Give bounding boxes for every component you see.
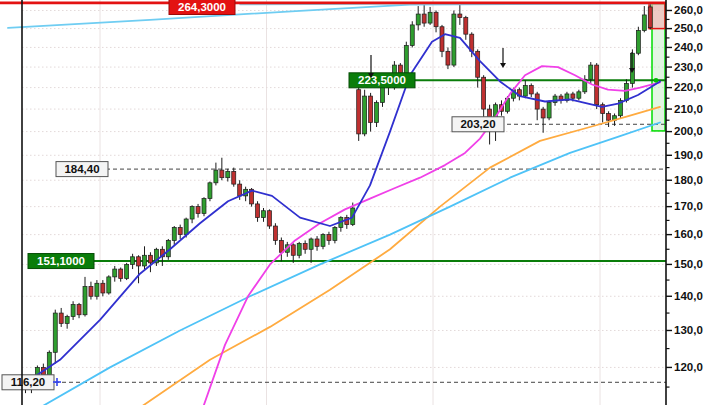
candle-body-up bbox=[624, 83, 628, 100]
candle bbox=[375, 100, 379, 127]
candle-body-up bbox=[428, 12, 432, 23]
price-level-label-text: 151,1000 bbox=[37, 255, 85, 267]
candle-body-up bbox=[47, 352, 51, 375]
candle-body-down bbox=[571, 94, 575, 98]
price-level-label-184,40[interactable]: 184,40 bbox=[56, 162, 108, 177]
candle-body-down bbox=[315, 239, 319, 246]
candle-body-down bbox=[148, 255, 152, 263]
candlestick-series bbox=[24, 3, 653, 393]
candle-body-up bbox=[226, 171, 230, 177]
axis-tick-label: 130,0 bbox=[674, 324, 703, 336]
candle bbox=[125, 263, 129, 280]
candle-body-up bbox=[636, 30, 640, 53]
price-chart[interactable]: 264,3000223,5000203,20184,40151,1000116,… bbox=[0, 0, 720, 405]
candle bbox=[369, 93, 373, 132]
candle bbox=[59, 308, 63, 327]
price-levels-layer bbox=[28, 80, 666, 382]
candle-body-down bbox=[357, 90, 361, 134]
candle bbox=[47, 350, 51, 377]
axis-tick-label: 260,0 bbox=[674, 4, 703, 16]
candle bbox=[172, 226, 176, 245]
candle bbox=[446, 47, 450, 69]
candle-body-down bbox=[89, 286, 93, 296]
candle bbox=[148, 252, 152, 272]
candle-body-down bbox=[59, 313, 63, 323]
candle-body-down bbox=[458, 14, 462, 18]
price-level-label-151,1000[interactable]: 151,1000 bbox=[28, 254, 94, 269]
axis-tick-label: 220,0 bbox=[674, 81, 703, 93]
axis-tick-label: 250,0 bbox=[674, 22, 703, 34]
candle-body-down bbox=[279, 240, 283, 252]
sell-signal-down-arrow bbox=[500, 48, 506, 68]
candle-body-up bbox=[214, 170, 218, 183]
candle bbox=[547, 100, 551, 120]
candle-body-down bbox=[137, 257, 141, 266]
candle bbox=[327, 232, 331, 245]
candle-body-up bbox=[375, 103, 379, 123]
price-level-label-text: 116,20 bbox=[11, 376, 46, 388]
candle bbox=[339, 216, 343, 232]
candle-body-down bbox=[541, 109, 545, 118]
price-level-label-116,20[interactable]: 116,20 bbox=[2, 375, 54, 390]
candle-body-up bbox=[577, 92, 581, 98]
candle bbox=[273, 223, 277, 245]
candle bbox=[541, 107, 545, 133]
candle bbox=[636, 27, 640, 55]
candle bbox=[267, 209, 271, 229]
candle-body-down bbox=[238, 184, 242, 196]
candle bbox=[154, 248, 158, 266]
grid-layer bbox=[22, 0, 666, 405]
candle bbox=[178, 225, 182, 239]
magenta-medium-ma bbox=[203, 66, 660, 405]
candle bbox=[190, 205, 194, 223]
candle-body-up bbox=[83, 286, 87, 314]
price-level-label-223,5000[interactable]: 223,5000 bbox=[349, 73, 415, 88]
price-level-label-203,20[interactable]: 203,20 bbox=[452, 117, 504, 132]
price-level-label-264,3000[interactable]: 264,3000 bbox=[169, 0, 235, 15]
candle-body-down bbox=[464, 18, 468, 35]
axis-tick-label: 190,0 bbox=[674, 149, 703, 161]
candle bbox=[71, 301, 75, 320]
candle-body-down bbox=[422, 14, 426, 23]
axis-tick-label: 200,0 bbox=[674, 125, 703, 137]
candle-body-up bbox=[642, 15, 646, 30]
candle-body-up bbox=[107, 277, 111, 293]
candle-body-up bbox=[523, 86, 527, 97]
candle-body-up bbox=[589, 65, 593, 79]
candle-body-up bbox=[143, 255, 147, 266]
candle bbox=[333, 226, 337, 243]
candle-body-up bbox=[53, 313, 57, 352]
candle-body-down bbox=[273, 226, 277, 240]
candle-body-down bbox=[482, 77, 486, 109]
candle bbox=[226, 169, 230, 182]
candle bbox=[297, 242, 301, 258]
candle bbox=[523, 80, 527, 98]
orange-slow-ma bbox=[140, 107, 660, 405]
candle bbox=[476, 49, 480, 87]
candle-body-down bbox=[529, 86, 533, 94]
candle bbox=[279, 238, 283, 262]
candle bbox=[131, 254, 135, 269]
candle-body-down bbox=[232, 171, 236, 184]
candle-body-up bbox=[95, 283, 99, 296]
axis-tick-label: 170,0 bbox=[674, 200, 703, 212]
candlestick-chart-canvas[interactable]: 264,3000223,5000203,20184,40151,1000116,… bbox=[0, 0, 720, 405]
candle bbox=[559, 94, 563, 104]
candle-body-down bbox=[267, 211, 271, 226]
axis-tick-label: 180,0 bbox=[674, 174, 703, 186]
candle bbox=[232, 168, 236, 187]
candle bbox=[291, 243, 295, 263]
candle-body-down bbox=[119, 269, 123, 278]
candle-body-up bbox=[71, 305, 75, 317]
candle-body-up bbox=[333, 227, 337, 240]
candle-body-up bbox=[131, 257, 135, 265]
candle bbox=[458, 3, 462, 25]
axis-tick-label: 150,0 bbox=[674, 258, 703, 270]
candle bbox=[601, 103, 605, 123]
moving-averages-layer bbox=[8, 3, 660, 405]
candle bbox=[214, 163, 218, 186]
candle bbox=[65, 315, 69, 329]
candle-body-up bbox=[297, 243, 301, 255]
candle-body-down bbox=[303, 243, 307, 249]
candle bbox=[196, 204, 200, 218]
